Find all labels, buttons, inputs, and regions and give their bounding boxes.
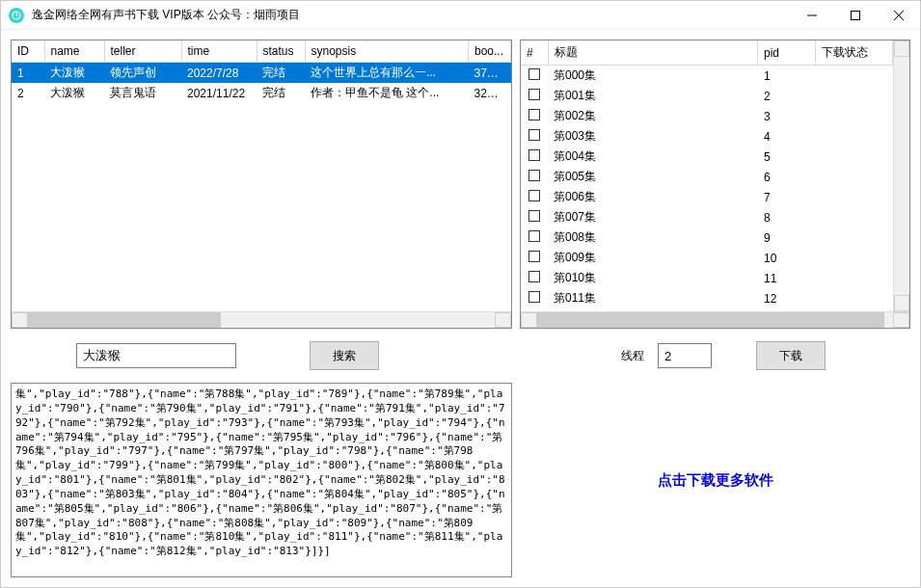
more-software-link[interactable]: 点击下载更多软件 xyxy=(658,471,773,490)
search-button[interactable]: 搜索 xyxy=(310,341,379,370)
column-header[interactable]: ID xyxy=(12,40,44,63)
horizontal-scrollbar[interactable] xyxy=(12,311,511,328)
svg-rect-4 xyxy=(851,11,859,19)
search-input[interactable] xyxy=(76,343,236,368)
checkbox[interactable] xyxy=(528,251,540,262)
column-header[interactable]: synopsis xyxy=(305,40,469,63)
column-header[interactable]: teller xyxy=(104,40,181,63)
table-row[interactable]: 第002集3 xyxy=(521,106,893,126)
checkbox[interactable] xyxy=(528,68,540,80)
episodes-panel: #标题pid下载状态 第000集1第001集2第002集3第003集4第004集… xyxy=(520,40,910,329)
table-row[interactable]: 第001集2 xyxy=(521,86,893,106)
bottom-row: 集","play_id":"788"},{"name":"第788集","pla… xyxy=(11,383,910,577)
table-row[interactable]: 第003集4 xyxy=(521,126,893,147)
app-icon xyxy=(9,8,24,23)
checkbox[interactable] xyxy=(528,109,540,120)
download-button[interactable]: 下载 xyxy=(756,341,826,370)
checkbox[interactable] xyxy=(528,170,540,181)
close-button[interactable] xyxy=(877,1,920,30)
column-header[interactable]: time xyxy=(181,40,257,63)
app-window: 逸金网络全网有声书下载 VIP版本 公众号：烟雨项目 IDnametellert… xyxy=(0,0,921,588)
table-row[interactable]: 第010集11 xyxy=(521,268,893,288)
log-output[interactable]: 集","play_id":"788"},{"name":"第788集","pla… xyxy=(11,383,512,577)
horizontal-scrollbar[interactable] xyxy=(521,311,909,328)
table-row[interactable]: 第011集12 xyxy=(521,288,893,308)
column-header[interactable]: 标题 xyxy=(548,40,758,66)
checkbox[interactable] xyxy=(528,291,540,303)
checkbox[interactable] xyxy=(528,149,540,161)
threads-label: 线程 xyxy=(621,348,644,364)
window-controls xyxy=(790,1,920,30)
checkbox[interactable] xyxy=(528,89,540,100)
checkbox[interactable] xyxy=(528,190,540,201)
minimize-button[interactable] xyxy=(790,1,833,30)
table-row[interactable]: 2大泼猴莫言鬼语2021/11/22完结作者：甲鱼不是龟 这个...32575 xyxy=(12,83,511,103)
column-header[interactable]: pid xyxy=(758,40,816,66)
table-row[interactable]: 第009集10 xyxy=(521,248,893,268)
title-bar: 逸金网络全网有声书下载 VIP版本 公众号：烟雨项目 xyxy=(1,1,920,30)
column-header[interactable]: # xyxy=(521,40,548,66)
column-header[interactable]: 下载状态 xyxy=(816,40,893,66)
results-table[interactable]: IDnametellertimestatussynopsisboo... 1大泼… xyxy=(12,40,511,311)
table-row[interactable]: 第008集9 xyxy=(521,227,893,248)
checkbox[interactable] xyxy=(528,271,540,282)
table-row[interactable]: 第007集8 xyxy=(521,207,893,227)
checkbox[interactable] xyxy=(528,230,540,242)
link-area: 点击下载更多软件 xyxy=(520,383,910,577)
column-header[interactable]: name xyxy=(44,40,104,63)
episodes-table[interactable]: #标题pid下载状态 第000集1第001集2第002集3第003集4第004集… xyxy=(521,40,909,311)
controls-row: 搜索 线程 下载 xyxy=(11,338,910,373)
column-header[interactable]: boo... xyxy=(469,40,511,63)
threads-input[interactable] xyxy=(658,343,712,368)
window-body: IDnametellertimestatussynopsisboo... 1大泼… xyxy=(1,30,920,587)
maximize-button[interactable] xyxy=(833,1,877,30)
window-title: 逸金网络全网有声书下载 VIP版本 公众号：烟雨项目 xyxy=(32,7,790,23)
table-row[interactable]: 1大泼猴领先声创2022/7/28完结这个世界上总有那么一...37769 xyxy=(12,63,511,84)
table-row[interactable]: 第006集7 xyxy=(521,187,893,207)
table-row[interactable]: 第005集6 xyxy=(521,167,893,187)
checkbox[interactable] xyxy=(528,129,540,141)
table-row[interactable]: 第000集1 xyxy=(521,66,893,86)
table-row[interactable]: 第004集5 xyxy=(521,147,893,167)
results-panel: IDnametellertimestatussynopsisboo... 1大泼… xyxy=(11,40,512,329)
top-row: IDnametellertimestatussynopsisboo... 1大泼… xyxy=(11,40,910,329)
vertical-scrollbar[interactable] xyxy=(893,40,909,311)
column-header[interactable]: status xyxy=(257,40,305,63)
checkbox[interactable] xyxy=(528,210,540,222)
